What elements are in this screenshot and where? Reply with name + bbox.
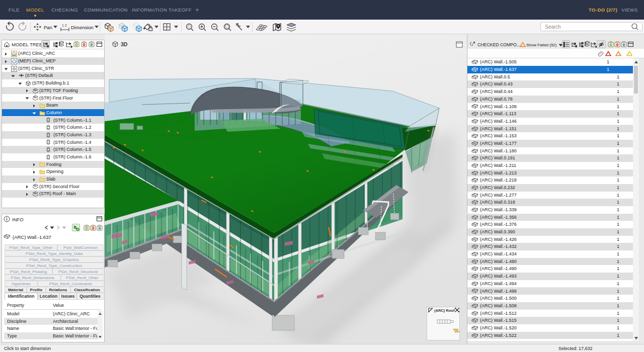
svg-text:1 2: 1 2 <box>62 24 67 27</box>
